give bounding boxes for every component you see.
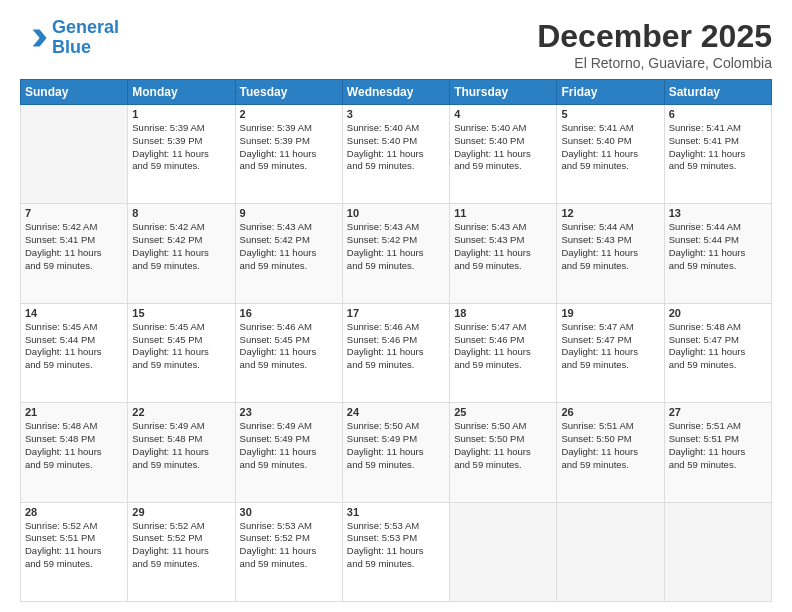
day-info: Sunrise: 5:43 AMSunset: 5:42 PMDaylight:… bbox=[240, 221, 338, 272]
day-number: 9 bbox=[240, 207, 338, 219]
day-info: Sunrise: 5:49 AMSunset: 5:49 PMDaylight:… bbox=[240, 420, 338, 471]
day-number: 10 bbox=[347, 207, 445, 219]
day-number: 7 bbox=[25, 207, 123, 219]
day-number: 22 bbox=[132, 406, 230, 418]
day-number: 4 bbox=[454, 108, 552, 120]
calendar-cell: 27Sunrise: 5:51 AMSunset: 5:51 PMDayligh… bbox=[664, 403, 771, 502]
calendar-cell: 11Sunrise: 5:43 AMSunset: 5:43 PMDayligh… bbox=[450, 204, 557, 303]
calendar-cell: 20Sunrise: 5:48 AMSunset: 5:47 PMDayligh… bbox=[664, 303, 771, 402]
day-info: Sunrise: 5:52 AMSunset: 5:52 PMDaylight:… bbox=[132, 520, 230, 571]
day-info: Sunrise: 5:51 AMSunset: 5:51 PMDaylight:… bbox=[669, 420, 767, 471]
day-number: 8 bbox=[132, 207, 230, 219]
calendar-week-1: 1Sunrise: 5:39 AMSunset: 5:39 PMDaylight… bbox=[21, 105, 772, 204]
calendar-cell: 24Sunrise: 5:50 AMSunset: 5:49 PMDayligh… bbox=[342, 403, 449, 502]
weekday-header-sunday: Sunday bbox=[21, 80, 128, 105]
day-number: 19 bbox=[561, 307, 659, 319]
day-info: Sunrise: 5:45 AMSunset: 5:45 PMDaylight:… bbox=[132, 321, 230, 372]
calendar-header-row: SundayMondayTuesdayWednesdayThursdayFrid… bbox=[21, 80, 772, 105]
calendar-cell: 4Sunrise: 5:40 AMSunset: 5:40 PMDaylight… bbox=[450, 105, 557, 204]
weekday-header-friday: Friday bbox=[557, 80, 664, 105]
calendar-body: 1Sunrise: 5:39 AMSunset: 5:39 PMDaylight… bbox=[21, 105, 772, 602]
day-info: Sunrise: 5:53 AMSunset: 5:52 PMDaylight:… bbox=[240, 520, 338, 571]
calendar-cell: 29Sunrise: 5:52 AMSunset: 5:52 PMDayligh… bbox=[128, 502, 235, 601]
calendar-cell: 17Sunrise: 5:46 AMSunset: 5:46 PMDayligh… bbox=[342, 303, 449, 402]
day-info: Sunrise: 5:48 AMSunset: 5:48 PMDaylight:… bbox=[25, 420, 123, 471]
day-info: Sunrise: 5:44 AMSunset: 5:44 PMDaylight:… bbox=[669, 221, 767, 272]
day-number: 28 bbox=[25, 506, 123, 518]
calendar-week-3: 14Sunrise: 5:45 AMSunset: 5:44 PMDayligh… bbox=[21, 303, 772, 402]
calendar-cell: 21Sunrise: 5:48 AMSunset: 5:48 PMDayligh… bbox=[21, 403, 128, 502]
calendar-cell: 6Sunrise: 5:41 AMSunset: 5:41 PMDaylight… bbox=[664, 105, 771, 204]
day-number: 25 bbox=[454, 406, 552, 418]
calendar-cell: 30Sunrise: 5:53 AMSunset: 5:52 PMDayligh… bbox=[235, 502, 342, 601]
day-info: Sunrise: 5:45 AMSunset: 5:44 PMDaylight:… bbox=[25, 321, 123, 372]
weekday-header-monday: Monday bbox=[128, 80, 235, 105]
day-info: Sunrise: 5:51 AMSunset: 5:50 PMDaylight:… bbox=[561, 420, 659, 471]
day-number: 13 bbox=[669, 207, 767, 219]
logo-icon bbox=[20, 24, 48, 52]
day-number: 1 bbox=[132, 108, 230, 120]
day-number: 15 bbox=[132, 307, 230, 319]
logo-line1: General bbox=[52, 17, 119, 37]
day-number: 20 bbox=[669, 307, 767, 319]
calendar-cell: 10Sunrise: 5:43 AMSunset: 5:42 PMDayligh… bbox=[342, 204, 449, 303]
calendar-table: SundayMondayTuesdayWednesdayThursdayFrid… bbox=[20, 79, 772, 602]
month-title: December 2025 bbox=[537, 18, 772, 55]
calendar-week-4: 21Sunrise: 5:48 AMSunset: 5:48 PMDayligh… bbox=[21, 403, 772, 502]
calendar-cell: 14Sunrise: 5:45 AMSunset: 5:44 PMDayligh… bbox=[21, 303, 128, 402]
day-number: 5 bbox=[561, 108, 659, 120]
day-number: 6 bbox=[669, 108, 767, 120]
weekday-header-wednesday: Wednesday bbox=[342, 80, 449, 105]
logo-line2: Blue bbox=[52, 37, 91, 57]
calendar-cell bbox=[21, 105, 128, 204]
calendar-cell bbox=[664, 502, 771, 601]
logo: General Blue bbox=[20, 18, 119, 58]
calendar-cell: 5Sunrise: 5:41 AMSunset: 5:40 PMDaylight… bbox=[557, 105, 664, 204]
day-number: 23 bbox=[240, 406, 338, 418]
calendar-week-2: 7Sunrise: 5:42 AMSunset: 5:41 PMDaylight… bbox=[21, 204, 772, 303]
day-info: Sunrise: 5:42 AMSunset: 5:42 PMDaylight:… bbox=[132, 221, 230, 272]
calendar-cell: 25Sunrise: 5:50 AMSunset: 5:50 PMDayligh… bbox=[450, 403, 557, 502]
page: General Blue December 2025 El Retorno, G… bbox=[0, 0, 792, 612]
calendar-cell: 7Sunrise: 5:42 AMSunset: 5:41 PMDaylight… bbox=[21, 204, 128, 303]
day-info: Sunrise: 5:47 AMSunset: 5:47 PMDaylight:… bbox=[561, 321, 659, 372]
calendar-cell: 2Sunrise: 5:39 AMSunset: 5:39 PMDaylight… bbox=[235, 105, 342, 204]
day-info: Sunrise: 5:41 AMSunset: 5:41 PMDaylight:… bbox=[669, 122, 767, 173]
day-info: Sunrise: 5:40 AMSunset: 5:40 PMDaylight:… bbox=[454, 122, 552, 173]
day-number: 2 bbox=[240, 108, 338, 120]
day-number: 14 bbox=[25, 307, 123, 319]
day-number: 12 bbox=[561, 207, 659, 219]
calendar-cell: 8Sunrise: 5:42 AMSunset: 5:42 PMDaylight… bbox=[128, 204, 235, 303]
calendar-cell bbox=[450, 502, 557, 601]
header: General Blue December 2025 El Retorno, G… bbox=[20, 18, 772, 71]
calendar-cell: 18Sunrise: 5:47 AMSunset: 5:46 PMDayligh… bbox=[450, 303, 557, 402]
day-info: Sunrise: 5:49 AMSunset: 5:48 PMDaylight:… bbox=[132, 420, 230, 471]
day-number: 24 bbox=[347, 406, 445, 418]
calendar-cell: 22Sunrise: 5:49 AMSunset: 5:48 PMDayligh… bbox=[128, 403, 235, 502]
calendar-cell: 3Sunrise: 5:40 AMSunset: 5:40 PMDaylight… bbox=[342, 105, 449, 204]
day-number: 3 bbox=[347, 108, 445, 120]
location: El Retorno, Guaviare, Colombia bbox=[537, 55, 772, 71]
day-number: 26 bbox=[561, 406, 659, 418]
day-number: 31 bbox=[347, 506, 445, 518]
day-number: 21 bbox=[25, 406, 123, 418]
day-info: Sunrise: 5:42 AMSunset: 5:41 PMDaylight:… bbox=[25, 221, 123, 272]
day-info: Sunrise: 5:46 AMSunset: 5:45 PMDaylight:… bbox=[240, 321, 338, 372]
day-info: Sunrise: 5:52 AMSunset: 5:51 PMDaylight:… bbox=[25, 520, 123, 571]
calendar-cell: 12Sunrise: 5:44 AMSunset: 5:43 PMDayligh… bbox=[557, 204, 664, 303]
day-info: Sunrise: 5:50 AMSunset: 5:50 PMDaylight:… bbox=[454, 420, 552, 471]
day-info: Sunrise: 5:43 AMSunset: 5:42 PMDaylight:… bbox=[347, 221, 445, 272]
calendar-cell: 13Sunrise: 5:44 AMSunset: 5:44 PMDayligh… bbox=[664, 204, 771, 303]
day-number: 16 bbox=[240, 307, 338, 319]
day-info: Sunrise: 5:46 AMSunset: 5:46 PMDaylight:… bbox=[347, 321, 445, 372]
day-number: 17 bbox=[347, 307, 445, 319]
day-number: 11 bbox=[454, 207, 552, 219]
calendar-cell: 19Sunrise: 5:47 AMSunset: 5:47 PMDayligh… bbox=[557, 303, 664, 402]
day-number: 18 bbox=[454, 307, 552, 319]
day-number: 29 bbox=[132, 506, 230, 518]
day-number: 27 bbox=[669, 406, 767, 418]
calendar-cell: 26Sunrise: 5:51 AMSunset: 5:50 PMDayligh… bbox=[557, 403, 664, 502]
day-info: Sunrise: 5:39 AMSunset: 5:39 PMDaylight:… bbox=[132, 122, 230, 173]
calendar-cell: 23Sunrise: 5:49 AMSunset: 5:49 PMDayligh… bbox=[235, 403, 342, 502]
calendar-cell: 16Sunrise: 5:46 AMSunset: 5:45 PMDayligh… bbox=[235, 303, 342, 402]
